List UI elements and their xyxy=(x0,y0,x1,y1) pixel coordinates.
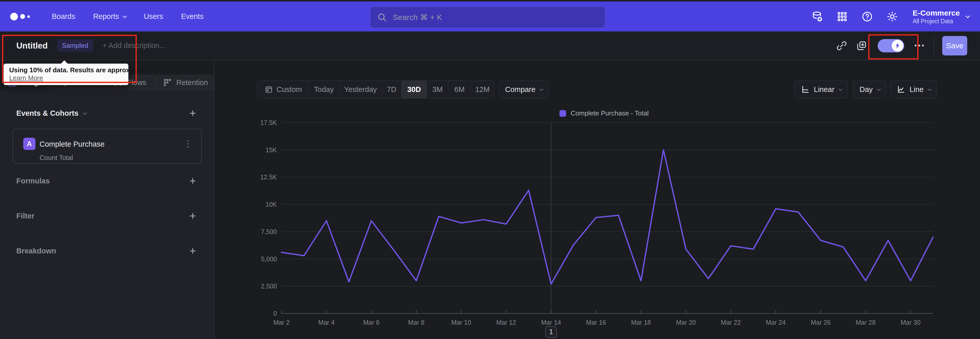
svg-text:Mar 20: Mar 20 xyxy=(676,319,696,326)
retention-icon xyxy=(162,77,172,88)
breakdown-label: Breakdown xyxy=(16,247,56,255)
chevron-down-icon xyxy=(965,14,970,18)
svg-text:17.5K: 17.5K xyxy=(260,119,277,126)
primary-nav: Boards Reports Users Events xyxy=(52,12,204,21)
top-nav: Boards Reports Users Events Search ⌘ + K… xyxy=(0,2,980,31)
toggle-knob xyxy=(892,40,904,51)
add-event-button[interactable]: + xyxy=(189,107,196,119)
chart-main-area: Custom Today Yesterday 7D 30D 3M 6M 12M … xyxy=(215,60,980,339)
svg-text:Mar 28: Mar 28 xyxy=(856,319,876,326)
sampled-badge[interactable]: Sampled xyxy=(57,40,94,51)
events-cohorts-dropdown[interactable]: Events & Cohorts xyxy=(16,109,86,118)
tooltip-text: Using 10% of data. Results are approxima… xyxy=(9,66,123,74)
nav-item-boards[interactable]: Boards xyxy=(52,12,75,21)
svg-text:12.5K: 12.5K xyxy=(260,173,277,181)
breakdown-section: Breakdown + xyxy=(16,244,196,258)
svg-text:Mar 18: Mar 18 xyxy=(631,319,651,326)
svg-text:Mar 4: Mar 4 xyxy=(318,319,334,326)
nav-item-users[interactable]: Users xyxy=(144,12,163,21)
add-formula-button[interactable]: + xyxy=(189,175,196,187)
chevron-down-icon xyxy=(83,110,87,115)
nav-item-events[interactable]: Events xyxy=(181,12,204,21)
add-filter-button[interactable]: + xyxy=(189,210,196,221)
svg-text:Mar 12: Mar 12 xyxy=(496,319,516,326)
project-name: E-Commerce xyxy=(913,8,960,18)
svg-text:Mar 8: Mar 8 xyxy=(408,319,425,326)
svg-text:15K: 15K xyxy=(266,146,277,154)
svg-text:7,500: 7,500 xyxy=(261,228,277,235)
project-scope: All Project Data xyxy=(913,18,960,25)
logo-dot-small xyxy=(27,15,30,18)
logo-dot-medium xyxy=(20,14,25,19)
nav-right-cluster: E-Commerce All Project Data xyxy=(811,8,969,25)
sampling-toggle[interactable] xyxy=(878,39,904,52)
event-metric[interactable]: Count Total xyxy=(40,154,73,162)
svg-text:0: 0 xyxy=(273,310,277,317)
save-button[interactable]: Save xyxy=(942,36,967,56)
search-icon xyxy=(377,12,387,22)
divider xyxy=(934,37,934,55)
query-sidebar: Insights Funnels Flows Retention Events … xyxy=(0,60,215,339)
line-chart[interactable]: 02,5005,0007,50010K12.5K15K17.5KMar 2Mar… xyxy=(215,60,980,339)
svg-text:10K: 10K xyxy=(266,201,277,208)
learn-more-link[interactable]: Learn More xyxy=(9,74,43,82)
query-panel: Events & Cohorts + A Complete Purchase ⋮… xyxy=(0,90,214,339)
settings-gear-icon[interactable] xyxy=(886,10,898,23)
sampling-tooltip: Using 10% of data. Results are approxima… xyxy=(3,64,128,85)
events-cohorts-header: Events & Cohorts + xyxy=(16,106,196,120)
svg-text:Mar 16: Mar 16 xyxy=(586,319,606,326)
share-link-icon[interactable] xyxy=(836,40,848,51)
tooltip-arrow xyxy=(61,60,68,64)
add-to-board-icon[interactable] xyxy=(856,40,867,51)
search-placeholder: Search ⌘ + K xyxy=(393,13,442,22)
chevron-down-icon xyxy=(123,14,127,18)
mixpanel-logo[interactable] xyxy=(10,13,30,21)
lightning-bolt-icon xyxy=(894,42,901,50)
logo-dot-large xyxy=(10,13,18,21)
svg-text:Mar 22: Mar 22 xyxy=(721,319,741,326)
event-card[interactable]: A Complete Purchase ⋮ Count Total xyxy=(13,129,202,164)
svg-text:Mar 24: Mar 24 xyxy=(766,319,786,326)
formulas-section: Formulas + xyxy=(16,174,196,188)
svg-text:Mar 14: Mar 14 xyxy=(541,319,561,326)
filter-section: Filter + xyxy=(16,209,196,223)
event-letter-badge: A xyxy=(23,138,35,150)
project-switcher[interactable]: E-Commerce All Project Data xyxy=(913,8,969,25)
content-area: Insights Funnels Flows Retention Events … xyxy=(0,60,980,339)
event-name: Complete Purchase xyxy=(40,140,105,149)
svg-text:Mar 6: Mar 6 xyxy=(363,319,380,326)
nav-item-reports[interactable]: Reports xyxy=(93,12,126,21)
data-management-icon[interactable] xyxy=(811,10,823,23)
filter-label: Filter xyxy=(16,212,35,220)
apps-grid-icon[interactable] xyxy=(836,10,848,23)
search-input[interactable]: Search ⌘ + K xyxy=(370,6,605,28)
add-breakdown-button[interactable]: + xyxy=(189,245,196,256)
report-actions: ••• Save xyxy=(836,36,967,56)
report-title[interactable]: Untitled xyxy=(16,41,48,51)
svg-text:Mar 10: Mar 10 xyxy=(451,319,471,326)
add-description-field[interactable]: + Add description... xyxy=(102,42,165,50)
report-header: Untitled Sampled + Add description... ••… xyxy=(0,31,980,60)
more-options-button[interactable]: ••• xyxy=(915,42,925,50)
event-kebab-menu[interactable]: ⋮ xyxy=(184,139,192,149)
formulas-label: Formulas xyxy=(16,177,50,185)
svg-text:Mar 30: Mar 30 xyxy=(900,319,921,326)
svg-text:Mar 2: Mar 2 xyxy=(273,319,290,326)
svg-text:5,000: 5,000 xyxy=(261,256,277,262)
svg-text:Mar 26: Mar 26 xyxy=(811,319,831,326)
tab-retention[interactable]: Retention xyxy=(156,75,214,90)
annotation-marker-badge[interactable]: 1 xyxy=(546,326,557,338)
svg-text:2,500: 2,500 xyxy=(261,283,277,290)
help-icon[interactable] xyxy=(861,10,873,23)
